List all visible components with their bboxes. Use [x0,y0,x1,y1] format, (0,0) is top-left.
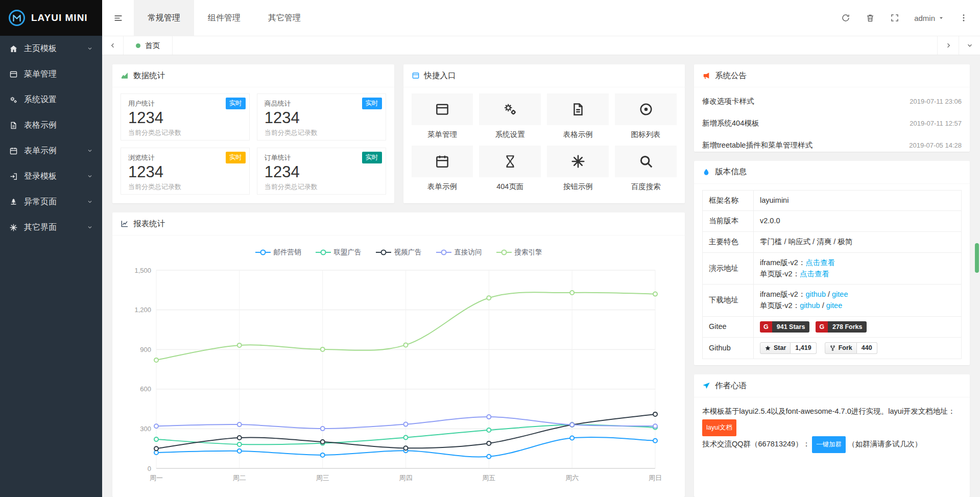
document-icon [9,121,18,130]
sidebar-item-login-template[interactable]: 登录模板 [0,163,102,189]
quick-entry-form[interactable]: 表单示例 [412,146,473,192]
active-tab-dot [136,43,140,48]
tabbar-spacer [173,36,937,55]
star-icon [764,345,771,351]
stat-box-views[interactable]: 浏览统计 1234 当前分类总记录数 实时 [121,148,250,195]
sidebar-item-label: 异常页面 [24,197,57,207]
quick-entry-baidu-search[interactable]: 百度搜索 [615,146,677,192]
user-menu[interactable]: admin [907,14,951,22]
author-text: 本模板基于layui2.5.4以及font-awesome-4.7.0进行实现。… [702,404,962,453]
demo-onepage-link[interactable]: 点击查看 [800,270,829,278]
join-qq-group-badge[interactable]: 一键加群 [812,436,846,453]
legend-item[interactable]: 邮件营销 [255,248,301,257]
sidebar-item-error-pages[interactable]: 异常页面 [0,189,102,215]
header-tab-general[interactable]: 常规管理 [134,0,194,36]
page-tab-home[interactable]: 首页 [124,36,173,55]
top-header: 常规管理 组件管理 其它管理 admin [102,0,980,36]
card-header: 报表统计 [112,212,685,235]
announcement-item[interactable]: 修改选项卡样式 2019-07-11 23:06 [702,90,962,112]
legend-item[interactable]: 直接访问 [436,248,482,257]
download-github-link[interactable]: github [800,301,820,310]
quick-entry-settings[interactable]: 系统设置 [479,93,541,139]
chevron-down-icon [87,148,93,154]
hamburger-icon [113,13,123,23]
header-tab-other[interactable]: 其它管理 [254,0,315,36]
refresh-button[interactable] [833,0,858,36]
sidebar-item-label: 登录模板 [24,171,57,182]
sidebar-item-system-settings[interactable]: 系统设置 [0,87,102,112]
gitee-forks-badge[interactable]: G 278 Forks [816,321,867,333]
fork-icon [829,345,836,351]
scrollbar-thumb[interactable] [975,243,979,273]
snowflake-icon [570,154,586,169]
announcement-item[interactable]: 新增treetable插件和菜单管理样式 2019-07-05 14:28 [702,134,962,152]
fullscreen-icon [890,13,899,22]
download-gitee-link[interactable]: gitee [832,290,848,298]
card-header: 版本信息 [694,161,970,184]
fullscreen-button[interactable] [882,0,907,36]
card-title: 版本信息 [715,167,747,177]
announcement-item[interactable]: 新增系统404模板 2019-07-11 12:57 [702,112,962,134]
stat-box-users[interactable]: 用户统计 1234 当前分类总记录数 实时 [121,93,250,140]
main-content: 数据统计 用户统计 1234 当前分类总记录数 实时 [102,55,980,497]
clear-cache-button[interactable] [858,0,882,36]
legend-item[interactable]: 视频广告 [376,248,422,257]
sidebar-item-label: 菜单管理 [24,69,57,80]
download-github-link[interactable]: github [805,290,826,298]
svg-text:周五: 周五 [482,474,495,482]
svg-text:周六: 周六 [565,474,579,482]
sidebar-item-table-demo[interactable]: 表格示例 [0,112,102,138]
tree-icon [9,198,18,206]
sidebar-item-menu-manage[interactable]: 菜单管理 [0,61,102,87]
card-title: 快捷入口 [424,70,456,81]
stat-box-goods[interactable]: 商品统计 1234 当前分类总记录数 实时 [257,93,386,140]
sidebar-item-label: 系统设置 [24,94,57,105]
sidebar-toggle-button[interactable] [102,0,134,36]
stat-badge: 实时 [362,152,382,163]
tab-scroll-left-button[interactable] [102,36,124,55]
layui-doc-badge[interactable]: layui文档 [702,419,736,436]
svg-text:周一: 周一 [150,474,163,482]
sidebar-item-home-template[interactable]: 主页模板 [0,36,102,61]
chevron-down-icon [87,224,93,230]
gitee-stars-badge[interactable]: G 941 Stars [760,321,809,333]
droplet-icon [702,168,710,176]
quick-entry-404[interactable]: 404页面 [479,146,541,192]
sidebar-item-other-ui[interactable]: 其它界面 [0,215,102,240]
app-logo[interactable]: LAYUI MINI [0,0,102,36]
quick-entry-icons[interactable]: 图标列表 [615,93,677,139]
github-fork-button[interactable]: Fork 440 [825,342,877,354]
tab-scroll-right-button[interactable] [937,36,959,55]
stat-badge: 实时 [226,152,246,163]
sidebar-item-form-demo[interactable]: 表单示例 [0,138,102,163]
legend-item[interactable]: 搜索引擎 [496,248,542,257]
svg-text:600: 600 [140,385,151,393]
page-tab-label: 首页 [145,41,160,51]
version-info-card: 版本信息 框架名称 layuimini 当前版本 v2.0.0 [694,161,970,365]
quick-entry-table[interactable]: 表格示例 [547,93,609,139]
header-tab-components[interactable]: 组件管理 [194,0,254,36]
announcements-card: 系统公告 修改选项卡样式 2019-07-11 23:06 新增系统404模板 … [694,64,970,152]
svg-text:周二: 周二 [233,474,246,482]
more-menu-button[interactable] [951,0,976,36]
stat-value: 1234 [128,163,242,181]
tab-operations-button[interactable] [959,36,980,55]
card-header: 作者心语 [694,374,970,397]
card-header: 数据统计 [112,64,394,87]
demo-iframe-link[interactable]: 点击查看 [805,258,835,267]
stat-box-orders[interactable]: 订单统计 1234 当前分类总记录数 实时 [257,148,386,195]
svg-text:周三: 周三 [316,474,329,482]
download-gitee-link[interactable]: gitee [826,301,842,310]
refresh-icon [841,13,850,22]
quick-entry-menu[interactable]: 菜单管理 [412,93,473,139]
legend-item[interactable]: 联盟广告 [316,248,362,257]
quick-entry-buttons[interactable]: 按钮示例 [547,146,609,192]
table-row: 框架名称 layuimini [703,190,962,211]
sidebar-item-label: 表格示例 [24,120,57,131]
chart-legend: 邮件营销联盟广告视频广告直接访问搜索引擎 [121,242,677,263]
vertical-dots-icon [959,13,968,22]
chevron-left-icon [109,42,116,49]
github-star-button[interactable]: Star 1,419 [760,342,817,354]
circle-dot-icon [638,102,654,117]
hourglass-icon [503,154,518,169]
